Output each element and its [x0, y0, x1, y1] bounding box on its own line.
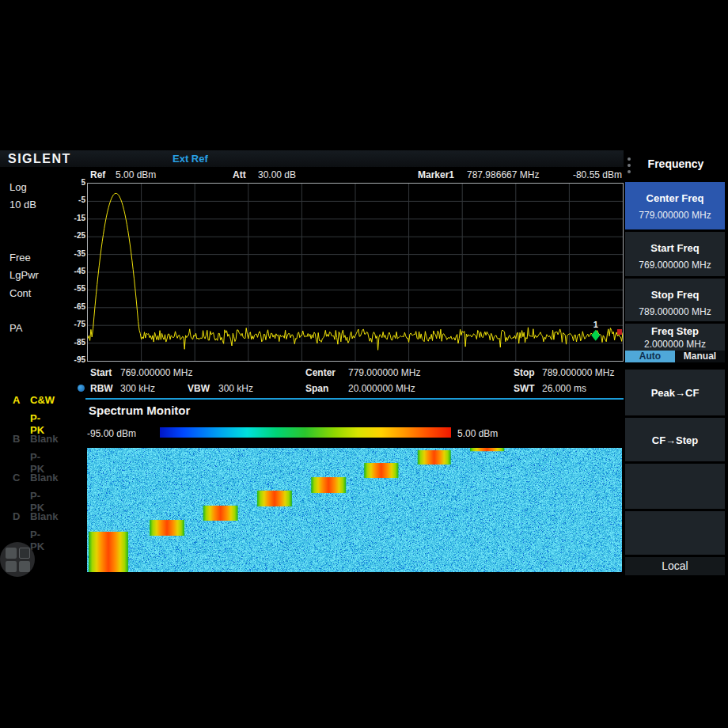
- trace-letter: A: [13, 394, 20, 406]
- sweep-mode-label: Cont: [9, 287, 31, 299]
- vbw-value: 300 kHz: [218, 383, 253, 394]
- y-axis-tick: -85: [60, 338, 85, 347]
- y-axis-tick: -35: [60, 249, 85, 259]
- softkey-menu-panel: Frequency Center Freq779.000000 MHzStart…: [624, 150, 728, 578]
- ref-level-value: 5.00 dBm: [116, 169, 156, 180]
- colorbar-gradient: [160, 427, 451, 438]
- window-grid-square: [19, 561, 30, 572]
- y-axis-tick: -25: [60, 231, 85, 241]
- span-label: Span: [305, 383, 328, 394]
- trace-mode: C&W: [30, 394, 55, 406]
- menu-button-value: 2.000000 MHz: [625, 339, 725, 350]
- spectrum-plot: 1: [87, 183, 624, 362]
- attenuation-label: Att: [233, 169, 246, 180]
- trace-edge-mark: [617, 329, 622, 335]
- trace-mode: Blank: [30, 510, 58, 522]
- display-mode-icon[interactable]: [0, 542, 35, 577]
- menu-button-cf-step[interactable]: CF→Step: [625, 418, 725, 461]
- trace-mode: Blank: [30, 433, 58, 445]
- spectrum-trace-svg: 1: [88, 184, 623, 361]
- start-freq-label: Start: [90, 367, 112, 378]
- menu-button-label: Peak→CF: [625, 387, 725, 399]
- y-axis-tick: -95: [60, 355, 85, 365]
- swt-value: 26.000 ms: [542, 383, 586, 394]
- attenuation-value: 30.00 dB: [258, 169, 296, 180]
- marker1-number: 1: [593, 320, 598, 329]
- amplitude-scale-per-div: 10 dB: [9, 199, 36, 210]
- menu-button-blank-6[interactable]: [625, 464, 725, 509]
- ext-ref-status: Ext Ref: [173, 153, 208, 165]
- ref-level-label: Ref: [90, 169, 105, 180]
- colorbar-min-label: -95.00 dBm: [87, 428, 136, 439]
- top-bar: SIGLENT Ext Ref: [0, 150, 624, 167]
- rbw-label: RBW: [90, 383, 113, 394]
- menu-button-label: CF→Step: [625, 434, 725, 446]
- y-axis-tick: -15: [60, 214, 85, 223]
- power-mode-label: LgPwr: [9, 269, 39, 281]
- menu-button-label: Center Freq: [625, 192, 725, 204]
- freq-step-manual-option[interactable]: Manual: [675, 351, 725, 362]
- trace-detector: P-PK: [30, 529, 44, 552]
- marker1-frequency: 787.986667 MHz: [467, 169, 539, 180]
- waterfall-display: [87, 448, 622, 572]
- trigger-source-label: Free: [9, 252, 31, 264]
- monitor-section-title: Spectrum Monitor: [89, 404, 190, 417]
- y-axis-ticks: 5-5-15-25-35-45-55-65-75-85-95: [60, 150, 85, 372]
- swt-label: SWT: [514, 383, 535, 394]
- sweep-status-dot: [78, 385, 85, 392]
- trace-letter: C: [13, 472, 20, 483]
- spectrum-analyzer-screen: SIGLENT Ext Ref Ref 5.00 dBm Att 30.00 d…: [0, 0, 728, 728]
- menu-button-value: 779.000000 MHz: [625, 210, 725, 221]
- y-axis-tick: -5: [60, 195, 85, 205]
- menu-title: Frequency: [624, 157, 728, 170]
- local-button[interactable]: Local: [625, 557, 725, 575]
- instrument-ui: SIGLENT Ext Ref Ref 5.00 dBm Att 30.00 d…: [0, 150, 728, 578]
- y-axis-tick: -55: [60, 284, 85, 294]
- y-axis-tick: -45: [60, 267, 85, 276]
- y-axis-tick: -75: [60, 320, 85, 329]
- marker1-name: Marker1: [418, 169, 454, 180]
- menu-button-label: Start Freq: [625, 242, 725, 254]
- window-grid-square: [6, 561, 17, 572]
- freq-step-auto-option[interactable]: Auto: [625, 351, 675, 362]
- stop-freq-value: 789.000000 MHz: [542, 367, 614, 378]
- start-freq-value: 769.000000 MHz: [120, 367, 192, 378]
- amplitude-scale-type: Log: [9, 181, 27, 193]
- stop-freq-label: Stop: [514, 367, 535, 378]
- menu-button-value: 769.000000 MHz: [625, 260, 725, 271]
- menu-button-value: 789.000000 MHz: [625, 306, 725, 317]
- marker1-diamond[interactable]: [591, 330, 600, 341]
- menu-button-freq-step[interactable]: Freq Step2.000000 MHzAutoManual: [625, 324, 725, 362]
- rbw-value: 300 kHz: [120, 383, 155, 394]
- window-grid-square: [6, 548, 17, 559]
- span-value: 20.000000 MHz: [348, 383, 415, 394]
- colorbar-max-label: 5.00 dBm: [457, 428, 498, 439]
- vbw-label: VBW: [188, 383, 210, 394]
- menu-button-label: Stop Freq: [625, 289, 725, 301]
- y-axis-tick: -65: [60, 302, 85, 312]
- trace-letter: B: [13, 433, 20, 445]
- menu-button-stop-freq[interactable]: Stop Freq789.000000 MHz: [625, 279, 725, 321]
- auto-manual-toggle: AutoManual: [625, 351, 725, 362]
- grip-dot: [628, 170, 631, 173]
- preamp-label: PA: [9, 322, 22, 334]
- window-grid-square: [19, 548, 30, 559]
- trace-letter: D: [13, 510, 20, 522]
- menu-button-peak-cf[interactable]: Peak→CF: [625, 370, 725, 415]
- marker1-amplitude: -80.55 dBm: [554, 169, 622, 180]
- menu-button-start-freq[interactable]: Start Freq769.000000 MHz: [625, 232, 725, 276]
- trace-mode: Blank: [30, 472, 58, 483]
- menu-button-center-freq[interactable]: Center Freq779.000000 MHz: [625, 182, 725, 229]
- menu-button-label: Freq Step: [625, 325, 725, 337]
- y-axis-tick: 5: [60, 178, 85, 188]
- menu-button-blank-7[interactable]: [625, 511, 725, 555]
- section-separator-line: [85, 398, 624, 400]
- center-freq-value: 779.000000 MHz: [348, 367, 420, 378]
- center-freq-label: Center: [305, 367, 336, 378]
